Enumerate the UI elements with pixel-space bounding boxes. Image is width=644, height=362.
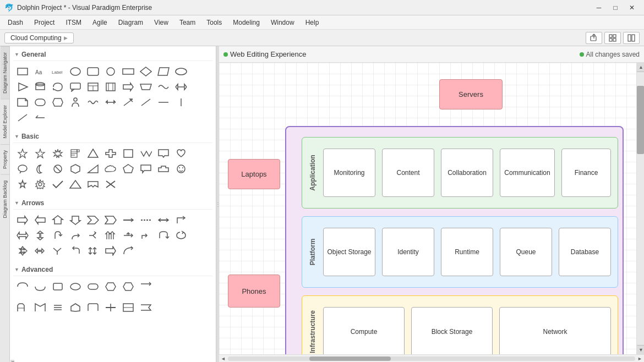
arrow-curved[interactable] <box>120 244 137 258</box>
shape-proc[interactable] <box>50 95 66 109</box>
share-button[interactable] <box>586 32 602 44</box>
property-tab[interactable]: Property <box>1 144 9 174</box>
database-box[interactable]: Database <box>559 228 611 276</box>
queue-box[interactable]: Queue <box>500 228 552 276</box>
shape-chat[interactable] <box>155 146 172 161</box>
arrow-double-h[interactable] <box>155 213 172 227</box>
shape-double-arrow[interactable] <box>173 80 189 94</box>
arrow-right-fat[interactable] <box>14 213 31 227</box>
advanced-section-header[interactable]: ▼ Advanced <box>13 264 212 276</box>
shape-no[interactable] <box>50 162 66 176</box>
shape-5star[interactable] <box>32 146 48 161</box>
shape-wide-rect[interactable] <box>120 64 137 79</box>
shape-grid-table[interactable] <box>85 80 101 94</box>
arrow-circle[interactable] <box>173 228 189 243</box>
shape-smiley[interactable] <box>173 162 189 176</box>
arrow-left-up[interactable] <box>32 244 48 258</box>
shape-pentagon[interactable] <box>120 162 137 176</box>
shape-diagonal2[interactable] <box>138 95 154 109</box>
arrow-v-double-fat[interactable] <box>32 228 48 243</box>
adv-shape-6[interactable] <box>102 279 119 294</box>
shape-loop[interactable] <box>50 80 66 94</box>
arrow-notch-r[interactable] <box>102 213 119 227</box>
h-scroll-thumb[interactable] <box>309 356 391 361</box>
general-section-header[interactable]: ▼ General <box>13 48 212 61</box>
h-scroll-right-arrow[interactable]: ► <box>637 356 642 361</box>
close-button[interactable]: ✕ <box>624 2 640 13</box>
adv-shape-15[interactable] <box>120 300 137 315</box>
shape-moon[interactable] <box>32 162 48 176</box>
adv-shape-4[interactable] <box>67 279 84 294</box>
block-storage-box[interactable]: Block Storage <box>411 307 493 354</box>
menu-tools[interactable]: Tools <box>201 17 227 28</box>
arrow-multi-vert[interactable] <box>85 244 101 258</box>
diagram-backlog-tab[interactable]: Diagram Backlog <box>1 174 9 224</box>
arrow-u-turn[interactable] <box>50 228 66 243</box>
shape-check[interactable] <box>50 177 66 191</box>
runtime-box[interactable]: Runtime <box>441 228 493 276</box>
arrow-multi-up[interactable] <box>102 228 119 243</box>
shape-gear[interactable] <box>32 177 48 191</box>
shape-callout[interactable] <box>67 80 84 94</box>
menu-team[interactable]: Team <box>174 17 201 28</box>
shape-line-h[interactable] <box>155 95 172 109</box>
adv-shape-13[interactable] <box>85 300 101 315</box>
shape-rtriangle[interactable] <box>85 162 101 176</box>
shape-triangle[interactable] <box>85 146 101 161</box>
adv-shape-7[interactable] <box>120 279 137 294</box>
servers-element[interactable]: Servers <box>439 79 503 109</box>
arrow-up-fat[interactable] <box>50 213 66 227</box>
finance-box[interactable]: Finance <box>561 149 611 197</box>
adv-shape-10[interactable] <box>32 300 48 315</box>
panel-view-button[interactable] <box>623 32 640 44</box>
shape-4star[interactable] <box>14 146 31 161</box>
shape-square[interactable] <box>120 146 137 161</box>
menu-help[interactable]: Help <box>300 17 325 28</box>
scroll-up-arrow[interactable]: ▲ <box>637 63 644 72</box>
v-scroll-thumb[interactable] <box>637 86 644 154</box>
shape-ribbon[interactable] <box>85 177 101 191</box>
communication-box[interactable]: Communication <box>500 149 555 197</box>
shape-diamond[interactable] <box>138 64 154 79</box>
arrow-merge[interactable] <box>50 244 66 258</box>
shape-hexagon[interactable] <box>67 162 84 176</box>
shape-line2[interactable] <box>32 111 48 125</box>
canvas-horizontal-scrollbar[interactable]: ◄ ► <box>219 354 644 362</box>
grid-view-button[interactable] <box>604 32 621 44</box>
adv-shape-16[interactable] <box>138 300 154 315</box>
shape-flat-tri[interactable] <box>67 177 84 191</box>
breadcrumb-cloud-computing[interactable]: Cloud Computing ▶ <box>4 32 74 43</box>
arrows-section-header[interactable]: ▼ Arrows <box>13 197 212 210</box>
shape-plus[interactable] <box>102 146 119 161</box>
adv-shape-1[interactable] <box>14 279 31 294</box>
arrow-4way[interactable] <box>14 244 31 258</box>
menu-window[interactable]: Window <box>265 17 300 28</box>
adv-shape-11[interactable] <box>50 300 66 315</box>
arrow-dash-h[interactable] <box>138 213 154 227</box>
shape-speech[interactable] <box>138 162 154 176</box>
shape-ellipse[interactable] <box>67 64 84 79</box>
monitoring-box[interactable]: Monitoring <box>323 149 375 197</box>
shape-person[interactable] <box>67 95 84 109</box>
menu-view[interactable]: View <box>149 17 174 28</box>
menu-modeling[interactable]: Modeling <box>227 17 265 28</box>
shape-text[interactable]: Aa <box>32 64 48 79</box>
shape-arrow-right[interactable] <box>120 80 137 94</box>
adv-shape-3[interactable] <box>50 279 66 294</box>
canvas-vertical-scrollbar[interactable]: ▲ ▼ <box>636 63 644 354</box>
arrow-split-right[interactable] <box>120 228 137 243</box>
arrow-turn-r[interactable] <box>138 228 154 243</box>
arrow-bent[interactable] <box>173 213 189 227</box>
shape-oval[interactable] <box>173 64 189 79</box>
shape-doc[interactable] <box>67 146 84 161</box>
shape-label[interactable]: Label <box>50 64 66 79</box>
basic-section-header[interactable]: ▼ Basic <box>13 130 212 143</box>
shape-rounded-rect2[interactable] <box>32 95 48 109</box>
menu-itsm[interactable]: ITSM <box>60 17 87 28</box>
shape-diagonal-arrow[interactable] <box>120 95 137 109</box>
shape-heart[interactable] <box>173 146 189 161</box>
collaboration-box[interactable]: Collaboration <box>441 149 493 197</box>
adv-shape-12[interactable] <box>67 300 84 315</box>
arrow-right-fat2[interactable] <box>102 244 119 258</box>
scroll-down-arrow[interactable]: ▼ <box>637 345 644 354</box>
